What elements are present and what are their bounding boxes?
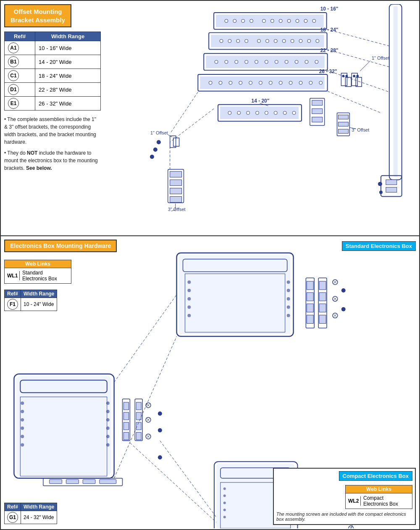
svg-point-158 — [21, 418, 24, 422]
svg-point-56 — [275, 60, 278, 63]
top-diagram-svg: 1" Offset 3" Offset 10 - 16" — [104, 4, 416, 232]
table-row: A1 10 - 16" Wide — [5, 41, 101, 55]
svg-point-37 — [236, 40, 240, 43]
svg-rect-104 — [170, 196, 182, 202]
compact-web-links-row: WL2 Compact Electronics Box — [346, 493, 412, 509]
svg-rect-101 — [170, 171, 182, 177]
svg-point-64 — [209, 81, 212, 84]
svg-point-60 — [315, 60, 318, 63]
ref-b1: B1 — [8, 56, 19, 67]
svg-point-43 — [291, 40, 294, 43]
svg-point-85 — [283, 111, 286, 115]
svg-point-166 — [106, 435, 110, 438]
svg-point-84 — [274, 111, 277, 115]
svg-rect-182 — [136, 432, 141, 440]
svg-point-68 — [249, 81, 252, 84]
svg-line-108 — [170, 109, 214, 142]
svg-rect-169 — [50, 480, 62, 484]
svg-point-127 — [287, 289, 290, 292]
svg-point-38 — [245, 40, 248, 43]
svg-point-51 — [225, 60, 228, 63]
svg-point-69 — [259, 81, 262, 84]
svg-point-53 — [245, 60, 248, 63]
svg-point-194 — [158, 455, 162, 459]
svg-line-13 — [360, 61, 370, 71]
svg-text:3" Offset: 3" Offset — [168, 207, 186, 212]
svg-point-11 — [353, 75, 355, 77]
wl2-ref: WL2 — [346, 496, 361, 506]
svg-rect-135 — [307, 315, 313, 324]
svg-point-206 — [223, 509, 226, 511]
svg-point-160 — [21, 435, 24, 438]
note-1: • The complete assemblies include the 1"… — [4, 116, 101, 146]
svg-point-40 — [265, 40, 269, 43]
table-row: B1 14 - 20" Wide — [5, 55, 101, 69]
svg-point-57 — [285, 60, 288, 63]
svg-point-73 — [299, 81, 302, 84]
bottom-section: Electronics Box Mounting Hardware Standa… — [1, 236, 419, 528]
svg-point-207 — [223, 516, 226, 518]
table-g: Ref# Width Range G1 24 - 32" Wide — [4, 503, 57, 524]
svg-point-71 — [279, 81, 282, 84]
svg-point-125 — [187, 314, 191, 317]
svg-point-26 — [270, 19, 274, 23]
svg-line-197 — [130, 443, 218, 524]
svg-point-23 — [242, 19, 245, 23]
svg-rect-91 — [312, 109, 323, 114]
svg-text:22 - 28": 22 - 28" — [320, 47, 339, 53]
svg-rect-139 — [319, 304, 326, 312]
svg-point-21 — [225, 19, 228, 23]
svg-point-25 — [262, 19, 265, 23]
svg-point-12 — [356, 75, 359, 77]
svg-point-36 — [228, 40, 231, 43]
svg-point-204 — [223, 495, 226, 497]
svg-rect-16 — [338, 122, 348, 126]
svg-point-150 — [341, 288, 346, 293]
col-ref: Ref# — [5, 32, 35, 41]
svg-point-44 — [299, 40, 302, 43]
svg-rect-8 — [356, 77, 362, 87]
svg-point-161 — [21, 443, 24, 446]
top-section: Offset Mounting Bracket Assembly Ref# Wi… — [1, 1, 419, 236]
svg-rect-153 — [16, 376, 111, 475]
svg-point-30 — [304, 19, 307, 23]
table-row: E1 26 - 32" Wide — [5, 97, 101, 111]
svg-rect-138 — [319, 293, 326, 301]
svg-rect-92 — [312, 117, 323, 122]
compact-box-inset: Compact Electronics Box Web Links WL2 Co… — [273, 468, 416, 525]
svg-point-31 — [312, 19, 316, 23]
svg-rect-172 — [100, 480, 116, 484]
svg-rect-118 — [179, 255, 291, 335]
svg-point-55 — [265, 60, 268, 63]
svg-point-81 — [247, 111, 250, 115]
svg-point-203 — [223, 488, 226, 490]
ref-g1: G1 — [7, 512, 18, 523]
svg-point-193 — [158, 428, 162, 432]
svg-rect-137 — [319, 281, 326, 290]
table-g-container: Ref# Width Range G1 24 - 32" Wide — [4, 499, 57, 524]
svg-rect-175 — [123, 412, 129, 420]
svg-point-54 — [255, 60, 258, 63]
svg-point-10 — [345, 75, 348, 77]
svg-point-24 — [250, 19, 253, 23]
ref-a1: A1 — [8, 42, 19, 53]
svg-point-39 — [257, 40, 261, 43]
svg-rect-102 — [170, 180, 182, 186]
svg-point-157 — [21, 410, 24, 413]
svg-text:1" Offset: 1" Offset — [150, 130, 168, 135]
svg-point-163 — [106, 410, 110, 413]
compact-label: Compact Electronics Box — [339, 471, 413, 481]
svg-point-42 — [282, 40, 286, 43]
svg-rect-94 — [173, 138, 179, 146]
col-ref-g: Ref# — [5, 503, 21, 511]
svg-point-22 — [233, 19, 236, 23]
svg-point-83 — [265, 111, 268, 115]
svg-point-65 — [219, 81, 222, 84]
svg-point-35 — [220, 40, 223, 43]
svg-line-109 — [170, 92, 198, 134]
svg-point-97 — [157, 140, 161, 144]
svg-point-192 — [158, 411, 162, 416]
compact-web-links: Web Links WL2 Compact Electronics Box — [345, 485, 412, 509]
table-row-g: G1 24 - 32" Wide — [5, 511, 57, 524]
svg-line-195 — [114, 295, 177, 382]
